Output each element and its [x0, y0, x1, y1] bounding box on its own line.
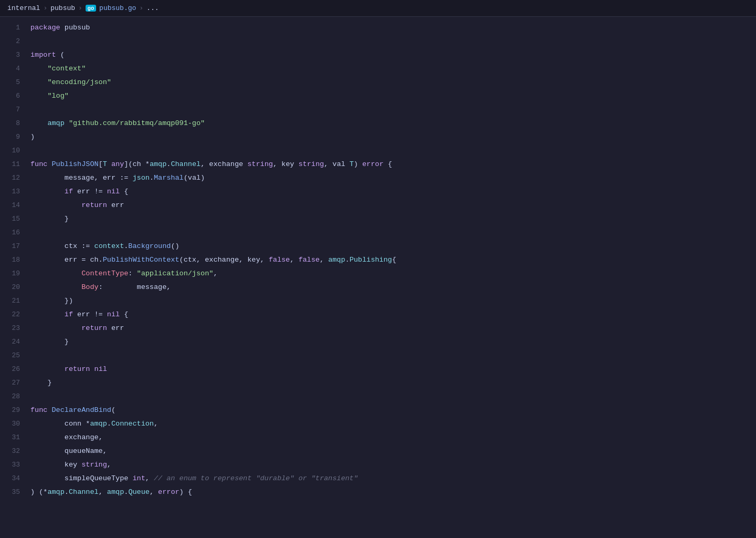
code-line-14: return err	[30, 199, 752, 212]
code-line-10	[30, 144, 752, 158]
code-line-3: import (	[30, 48, 752, 62]
ln-6: 6	[6, 89, 20, 103]
ln-25: 25	[6, 349, 20, 363]
ln-20: 20	[6, 281, 20, 294]
code-line-16	[30, 226, 752, 240]
ln-1: 1	[6, 21, 20, 35]
code-line-28	[30, 390, 752, 404]
code-line-11: func PublishJSON[T any](ch *amqp.Channel…	[30, 158, 752, 171]
ln-28: 28	[6, 390, 20, 404]
code-editor: 1 2 3 4 5 6 7 8 9 10 11 12 13 14 15 16 1…	[0, 17, 756, 503]
code-line-1: package pubsub	[30, 21, 752, 35]
ln-13: 13	[6, 185, 20, 199]
ln-31: 31	[6, 431, 20, 444]
code-line-31: exchange,	[30, 431, 752, 444]
code-line-18: err = ch.PublishWithContext(ctx, exchang…	[30, 253, 752, 267]
ln-21: 21	[6, 294, 20, 308]
code-line-26: return nil	[30, 363, 752, 376]
code-line-20: Body: message,	[30, 281, 752, 294]
go-file-icon: go	[86, 5, 96, 12]
ln-17: 17	[6, 240, 20, 253]
ln-22: 22	[6, 308, 20, 322]
code-line-21: })	[30, 294, 752, 308]
breadcrumb-bar: internal › pubsub › go pubsub.go › ...	[0, 0, 756, 17]
code-line-9: )	[30, 130, 752, 144]
ln-10: 10	[6, 144, 20, 158]
ln-8: 8	[6, 117, 20, 130]
code-line-32: queueName,	[30, 444, 752, 458]
code-line-30: conn *amqp.Connection,	[30, 417, 752, 431]
ln-5: 5	[6, 76, 20, 89]
code-line-34: simpleQueueType int, // an enum to repre…	[30, 472, 752, 485]
ln-15: 15	[6, 212, 20, 226]
code-line-6: "log"	[30, 89, 752, 103]
code-line-13: if err != nil {	[30, 185, 752, 199]
ln-35: 35	[6, 485, 20, 499]
ln-34: 34	[6, 472, 20, 485]
ln-11: 11	[6, 158, 20, 171]
ln-9: 9	[6, 130, 20, 144]
code-line-25	[30, 349, 752, 363]
code-line-22: if err != nil {	[30, 308, 752, 322]
line-numbers-panel: 1 2 3 4 5 6 7 8 9 10 11 12 13 14 15 16 1…	[0, 21, 26, 499]
code-line-35: ) (*amqp.Channel, amqp.Queue, error) {	[30, 485, 752, 499]
code-line-2	[30, 35, 752, 48]
ln-26: 26	[6, 363, 20, 376]
ln-29: 29	[6, 404, 20, 417]
code-line-7	[30, 103, 752, 117]
code-content-panel[interactable]: package pubsub import ( "context" "encod…	[26, 21, 756, 499]
ln-27: 27	[6, 376, 20, 390]
ln-23: 23	[6, 322, 20, 335]
code-line-5: "encoding/json"	[30, 76, 752, 89]
breadcrumb-pubsub-go[interactable]: pubsub.go	[99, 4, 136, 12]
ln-32: 32	[6, 444, 20, 458]
code-line-23: return err	[30, 322, 752, 335]
ln-3: 3	[6, 48, 20, 62]
ln-12: 12	[6, 171, 20, 185]
code-line-33: key string,	[30, 458, 752, 472]
ln-7: 7	[6, 103, 20, 117]
ln-2: 2	[6, 35, 20, 48]
breadcrumb-sep-2: ›	[78, 4, 82, 12]
code-line-12: message, err := json.Marshal(val)	[30, 171, 752, 185]
code-line-29: func DeclareAndBind(	[30, 404, 752, 417]
breadcrumb-internal[interactable]: internal	[7, 4, 40, 12]
code-line-24: }	[30, 335, 752, 349]
code-line-8: amqp "github.com/rabbitmq/amqp091-go"	[30, 117, 752, 130]
ln-24: 24	[6, 335, 20, 349]
ln-16: 16	[6, 226, 20, 240]
code-line-15: }	[30, 212, 752, 226]
code-line-4: "context"	[30, 62, 752, 76]
breadcrumb-pubsub-folder[interactable]: pubsub	[50, 4, 75, 12]
code-line-19: ContentType: "application/json",	[30, 267, 752, 281]
ln-19: 19	[6, 267, 20, 281]
breadcrumb-ellipsis[interactable]: ...	[146, 4, 159, 12]
ln-18: 18	[6, 253, 20, 267]
ln-4: 4	[6, 62, 20, 76]
code-line-17: ctx := context.Background()	[30, 240, 752, 253]
breadcrumb-sep-3: ›	[139, 4, 143, 12]
ln-30: 30	[6, 417, 20, 431]
breadcrumb-sep-1: ›	[43, 4, 47, 12]
ln-14: 14	[6, 199, 20, 212]
code-line-27: }	[30, 376, 752, 390]
ln-33: 33	[6, 458, 20, 472]
